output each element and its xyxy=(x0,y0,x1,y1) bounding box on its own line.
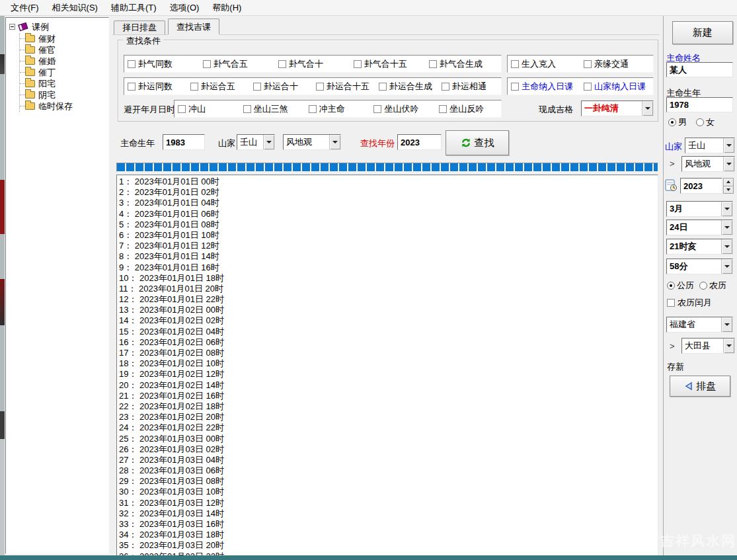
result-row[interactable]: 25： 2023年01月03日 00时 xyxy=(119,434,658,444)
checkbox[interactable] xyxy=(373,105,381,113)
result-row[interactable]: 34： 2023年01月03日 18时 xyxy=(119,530,658,540)
condition-checkbox-item[interactable]: 卦气合生成 xyxy=(426,58,501,70)
result-row[interactable]: 2： 2023年01月01日 02时 xyxy=(119,187,658,198)
checkbox[interactable] xyxy=(354,60,362,68)
condition-checkbox-item[interactable]: 卦运同数 xyxy=(124,81,187,93)
tree-item[interactable]: 催财 xyxy=(20,33,108,44)
preset-pattern-select[interactable]: 一卦纯清 xyxy=(581,100,654,116)
checkbox[interactable] xyxy=(584,83,592,91)
menu-item[interactable]: 选项(O) xyxy=(163,0,206,16)
result-row[interactable]: 24： 2023年01月02日 22时 xyxy=(119,422,658,433)
result-row[interactable]: 13： 2023年01月02日 00时 xyxy=(119,305,658,315)
result-row[interactable]: 18： 2023年01月02日 10时 xyxy=(119,358,658,369)
result-row[interactable]: 30： 2023年01月03日 10时 xyxy=(119,487,658,497)
minute-select[interactable]: 58分 xyxy=(666,259,733,274)
checkbox[interactable] xyxy=(379,83,387,91)
result-row[interactable]: 26： 2023年01月03日 02时 xyxy=(119,444,658,455)
checkbox[interactable] xyxy=(278,60,286,68)
day-select[interactable]: 24日 xyxy=(666,220,733,235)
radio-icon[interactable] xyxy=(667,282,675,290)
radio-icon[interactable] xyxy=(696,118,704,126)
chevron-down-icon[interactable] xyxy=(723,157,734,171)
result-row[interactable]: 35： 2023年01月03日 20时 xyxy=(119,540,658,551)
result-row[interactable]: 8： 2023年01月01日 14时 xyxy=(119,251,658,262)
condition-checkbox-item[interactable]: 卦气合十五 xyxy=(350,58,426,70)
checkbox[interactable] xyxy=(309,105,317,113)
new-button[interactable]: 新建 xyxy=(672,21,733,44)
mountain-select[interactable]: 壬山 xyxy=(237,134,275,150)
result-row[interactable]: 22： 2023年01月02日 18时 xyxy=(119,401,658,412)
chevron-down-icon[interactable] xyxy=(329,135,340,149)
condition-checkbox-item[interactable]: 卦运相通 xyxy=(438,81,501,93)
spin-up-icon[interactable] xyxy=(723,178,734,186)
tree-collapse-icon[interactable] xyxy=(9,24,15,30)
result-row[interactable]: 3： 2023年01月01日 04时 xyxy=(119,198,658,208)
checkbox[interactable] xyxy=(667,299,675,307)
hour-select[interactable]: 21时亥 xyxy=(666,239,733,255)
radio-icon[interactable] xyxy=(699,282,707,290)
checkbox[interactable] xyxy=(128,83,136,91)
condition-checkbox-item[interactable]: 卦气同数 xyxy=(124,58,200,70)
result-row[interactable]: 6： 2023年01月01日 10时 xyxy=(119,230,658,241)
menu-item[interactable]: 相关知识(S) xyxy=(46,0,104,16)
result-row[interactable]: 1： 2023年01月01日 00时 xyxy=(119,177,658,187)
result-row[interactable]: 16： 2023年01月02日 06时 xyxy=(119,337,658,348)
tree-item[interactable]: 催官 xyxy=(20,44,108,56)
checkbox[interactable] xyxy=(190,83,198,91)
solar-radio[interactable]: 公历 xyxy=(667,280,694,292)
lunar-radio[interactable]: 农历 xyxy=(699,280,726,292)
result-row[interactable]: 23： 2023年01月02日 20时 xyxy=(119,412,658,422)
result-row[interactable]: 10： 2023年01月01日 18时 xyxy=(119,273,658,284)
female-radio[interactable]: 女 xyxy=(696,116,715,128)
condition-checkbox-item[interactable]: 卦气合五 xyxy=(200,58,275,70)
condition-checkbox-item[interactable]: 生入克入 xyxy=(508,58,580,70)
result-row[interactable]: 7： 2023年01月01日 12时 xyxy=(119,241,658,251)
condition-checkbox-item[interactable]: 卦运合十五 xyxy=(313,81,375,93)
sidebar-hexagram-select[interactable]: 风地观 xyxy=(681,156,735,172)
condition-checkbox-item[interactable]: 坐山伏吟 xyxy=(370,103,436,115)
male-radio[interactable]: 男 xyxy=(668,116,687,128)
chevron-down-icon[interactable] xyxy=(721,202,732,216)
tab-find-lucky[interactable]: 查找吉课 xyxy=(168,19,219,34)
checkbox[interactable] xyxy=(243,105,251,113)
checkbox[interactable] xyxy=(439,105,447,113)
tab-date-paipan[interactable]: 择日排盘 xyxy=(114,20,165,34)
chevron-down-icon[interactable] xyxy=(721,220,732,235)
checkbox[interactable] xyxy=(178,105,186,113)
result-row[interactable]: 9： 2023年01月01日 16时 xyxy=(119,262,658,273)
tree-item[interactable]: 催丁 xyxy=(20,67,108,78)
result-row[interactable]: 32： 2023年01月03日 14时 xyxy=(119,508,658,519)
checkbox[interactable] xyxy=(253,83,261,91)
hexagram-select[interactable]: 风地观 xyxy=(283,134,341,150)
condition-checkbox-item[interactable]: 主命纳入日课 xyxy=(508,81,580,93)
province-select[interactable]: 福建省 xyxy=(666,317,733,333)
chevron-down-icon[interactable] xyxy=(723,339,734,353)
checkbox[interactable] xyxy=(316,83,324,91)
result-row[interactable]: 5： 2023年01月01日 08时 xyxy=(119,220,658,230)
result-row[interactable]: 28： 2023年01月03日 06时 xyxy=(119,465,658,476)
menu-item[interactable]: 帮助(H) xyxy=(206,0,248,16)
search-button[interactable]: 查找 xyxy=(446,130,509,155)
chevron-down-icon[interactable] xyxy=(642,101,653,116)
person-name-input[interactable] xyxy=(666,62,733,77)
radio-icon[interactable] xyxy=(668,118,676,126)
chevron-down-icon[interactable] xyxy=(723,138,734,153)
sidebar-year-input[interactable] xyxy=(680,178,722,194)
result-row[interactable]: 4： 2023年01月01日 06时 xyxy=(119,209,658,220)
checkbox[interactable] xyxy=(429,60,437,68)
condition-checkbox-item[interactable]: 卦运合生成 xyxy=(375,81,438,93)
condition-checkbox-item[interactable]: 卦运合十 xyxy=(250,81,313,93)
result-row[interactable]: 11： 2023年01月01日 20时 xyxy=(119,284,658,294)
result-row[interactable]: 19： 2023年01月02日 12时 xyxy=(119,369,658,380)
condition-checkbox-item[interactable]: 坐山反吟 xyxy=(436,103,501,115)
condition-checkbox-item[interactable]: 冲主命 xyxy=(305,103,371,115)
checkbox[interactable] xyxy=(128,60,136,68)
tree-root-caseli[interactable]: 课例 xyxy=(9,20,108,33)
chevron-down-icon[interactable] xyxy=(721,317,732,332)
result-row[interactable]: 29： 2023年01月03日 08时 xyxy=(119,476,658,487)
tree-item[interactable]: 催婚 xyxy=(20,56,108,67)
condition-checkbox-item[interactable]: 亲缘交通 xyxy=(580,58,653,70)
result-row[interactable]: 33： 2023年01月03日 16时 xyxy=(119,519,658,530)
checkbox[interactable] xyxy=(584,60,592,68)
spin-down-icon[interactable] xyxy=(723,186,734,194)
